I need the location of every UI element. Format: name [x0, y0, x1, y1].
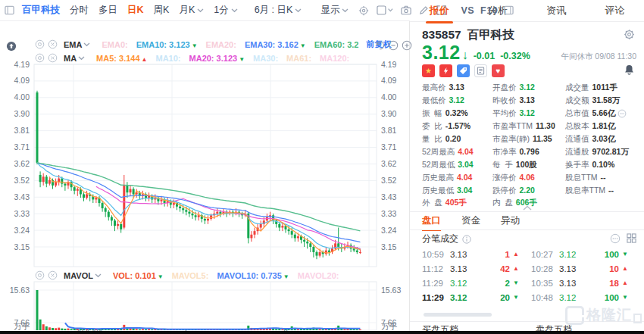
tab-monthly-k[interactable]: 月K	[179, 4, 204, 17]
stat-cell: 涨停价4.06	[492, 173, 565, 183]
stat-cell: 流通股9702.81万	[565, 147, 638, 158]
divider	[410, 211, 644, 212]
trade-row[interactable]: 10:593.131▲10:273.12100▼	[410, 247, 644, 261]
stat-cell: 最高价3.13	[422, 83, 492, 93]
indicator-name[interactable]: EMA	[64, 40, 82, 49]
screenshot-camera-icon[interactable]	[401, 5, 411, 15]
trade-row[interactable]: 11:123.1342▲10:283.1310▲	[410, 261, 644, 276]
more-options-icon[interactable]	[617, 109, 627, 118]
indicator-value-label: MA20: 3.123	[189, 54, 238, 63]
stat-row: 52周最低3.04每 手100股换手率0.10%	[410, 158, 644, 171]
indicator-value-label: MAVOL20:	[298, 271, 339, 280]
stat-row: 历史最低3.04跌停价2.20股息率TTM--	[410, 184, 644, 197]
reset-undo-icon[interactable]	[374, 40, 385, 51]
draw-pencil-icon[interactable]	[419, 5, 429, 15]
window-layout-icon[interactable]	[5, 5, 14, 15]
quote-settings-gear-icon[interactable]	[624, 29, 635, 42]
indicator-close-icon[interactable]	[48, 53, 58, 63]
trade-time: 10:35	[531, 279, 559, 288]
trade-time: 11:12	[422, 264, 450, 273]
vs-compare-button[interactable]: VS	[461, 5, 474, 16]
chevron-down-icon[interactable]	[95, 273, 102, 278]
svg-text:3.71: 3.71	[14, 142, 30, 151]
svg-text:4.19: 4.19	[381, 60, 397, 69]
indicator-value-label: EMA20:	[206, 40, 236, 49]
indicator-name[interactable]: MA	[64, 54, 77, 63]
svg-text:3.15: 3.15	[14, 242, 30, 251]
grid-view-icon[interactable]	[627, 233, 636, 243]
chevron-down-icon[interactable]	[83, 42, 90, 47]
trade-row[interactable]: 11:293.1220▼10:483.12100▼	[410, 290, 644, 304]
stat-cell: 开盘价3.12	[492, 83, 565, 93]
bottom-black-bar	[0, 331, 644, 334]
tab-fenshi[interactable]: 分时	[70, 4, 89, 17]
tab-movements[interactable]: 异动	[501, 214, 520, 227]
chevron-down-icon[interactable]	[78, 56, 85, 61]
down-arrow-icon: ▼	[239, 56, 245, 63]
alert-bell-icon[interactable]	[624, 64, 635, 78]
fullscreen-expand-icon[interactable]	[436, 5, 446, 15]
stat-row: 最高价3.13开盘价3.12成交量1011手	[410, 82, 644, 95]
indicator-close-icon[interactable]	[48, 39, 58, 49]
trade-time: 11:29	[422, 293, 450, 302]
info-icon[interactable]	[462, 235, 471, 244]
settings-gear-icon[interactable]	[358, 5, 369, 16]
more-options-icon[interactable]	[610, 233, 621, 244]
tab-funds[interactable]: 资金	[461, 214, 480, 227]
tab-1min[interactable]: 1分	[214, 4, 237, 17]
trade-price: 3.13	[559, 279, 593, 288]
indicator-settings-gear-icon[interactable]	[35, 270, 45, 280]
china-flag-icon[interactable]: ★	[422, 64, 435, 77]
indicator-settings-gear-icon[interactable]	[35, 39, 45, 49]
trade-volume: 100	[593, 250, 619, 259]
svg-text:4.09: 4.09	[381, 76, 397, 85]
quote-stats-grid: 最高价3.13开盘价3.12成交量1011手最低价3.12昨收价3.13成交额3…	[410, 82, 644, 210]
f10-info-button[interactable]: F10	[480, 5, 498, 16]
tab-news[interactable]: 资讯	[527, 4, 586, 17]
notes-icon[interactable]	[474, 64, 487, 77]
trade-volume: 18	[593, 279, 619, 288]
tick-trades-list: 10:593.131▲10:273.12100▼11:123.1342▲10:2…	[410, 247, 644, 304]
trade-row[interactable]: 11:293.122▼10:353.1318▲	[410, 276, 644, 290]
down-arrow-icon: ▼	[283, 273, 289, 280]
tab-daily-k[interactable]: 日K	[127, 4, 144, 17]
tab-duori[interactable]: 多日	[98, 4, 117, 17]
chart-style-selector[interactable]	[377, 5, 393, 15]
up-arrow-icon: ▲	[510, 265, 519, 272]
toolbar-stock-name[interactable]: 百甲科技	[22, 4, 60, 17]
display-menu[interactable]: 显示	[320, 4, 349, 17]
svg-text:3.62: 3.62	[381, 159, 397, 168]
stat-cell: 市盈率(静)11.35	[492, 134, 565, 145]
lightning-icon[interactable]	[439, 64, 452, 77]
tag-icon[interactable]	[457, 64, 470, 77]
tab-comments[interactable]: 评论	[586, 4, 644, 17]
indicator-name[interactable]: MAVOL	[64, 271, 93, 280]
indicator-value-label: MA120:	[320, 54, 349, 63]
chevron-down-icon	[197, 8, 204, 13]
up-arrow-icon: ▲	[619, 265, 628, 272]
down-arrow-icon: ▼	[158, 273, 164, 280]
stat-cell: 每 手100股	[492, 160, 565, 170]
stat-row: 量 比0.20市盈率(静)11.35流通值3.03亿	[410, 133, 644, 146]
range-selector[interactable]: 6月 : 日K	[255, 4, 302, 17]
trade-price: 3.12	[559, 250, 593, 259]
kline-chart-canvas[interactable]: 4.194.194.094.094.004.003.903.903.813.81…	[0, 0, 409, 334]
zoom-in-icon[interactable]	[402, 40, 412, 51]
horizontal-scrollbar[interactable]	[424, 313, 492, 317]
stat-cell: 平均价3.12	[492, 108, 565, 119]
indicator-close-icon[interactable]	[48, 270, 58, 280]
stat-row: 52周最高4.04市净率0.796流通股9702.81万	[410, 145, 644, 158]
publish-circle-icon[interactable]	[6, 41, 17, 54]
svg-text:4.09: 4.09	[14, 76, 30, 85]
svg-text:4.00: 4.00	[14, 92, 30, 101]
side-panel-icon[interactable]	[504, 5, 514, 15]
stat-cell: 成交量1011手	[565, 83, 638, 93]
trade-price: 3.13	[559, 264, 593, 273]
down-arrow-icon: ▼	[510, 294, 519, 301]
indicator-settings-gear-icon[interactable]	[35, 53, 45, 63]
zoom-out-icon[interactable]	[388, 40, 399, 51]
favorite-heart-icon[interactable]: ♥	[492, 64, 505, 77]
tab-order-book[interactable]: 盘口	[422, 214, 441, 227]
chevron-down-icon	[231, 8, 238, 13]
tab-weekly-k[interactable]: 周K	[154, 4, 170, 17]
